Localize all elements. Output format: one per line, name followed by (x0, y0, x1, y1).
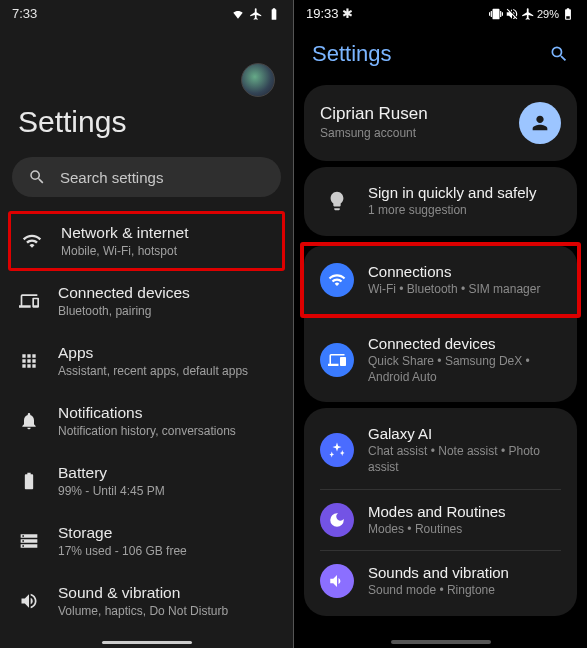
profile-avatar-row (0, 23, 293, 105)
item-subtitle: Wi-Fi • Bluetooth • SIM manager (368, 282, 561, 298)
profile-card[interactable]: Ciprian Rusen Samsung account (304, 85, 577, 161)
highlight-network-internet: Network & internet Mobile, Wi-Fi, hotspo… (8, 211, 285, 271)
item-title: Notifications (58, 404, 236, 422)
settings-item-connected-devices[interactable]: Connected devices Bluetooth, pairing (0, 271, 293, 331)
storage-icon (19, 531, 39, 551)
item-title: Storage (58, 524, 187, 542)
settings-header: Settings (294, 23, 587, 79)
settings-item-notifications[interactable]: Notifications Notification history, conv… (0, 391, 293, 451)
page-title: Settings (0, 105, 293, 157)
item-title: Modes and Routines (368, 503, 561, 520)
pixel-settings-screen: 7:33 Settings Search settings Network & … (0, 0, 293, 648)
item-subtitle: Volume, haptics, Do Not Disturb (58, 604, 228, 618)
wifi-icon (231, 7, 245, 21)
devices-icon (19, 291, 39, 311)
item-subtitle: 17% used - 106 GB free (58, 544, 187, 558)
status-icons: 29% (489, 7, 575, 21)
battery-icon (561, 7, 575, 21)
search-icon (28, 168, 46, 186)
connections-card-top: Connections Wi-Fi • Bluetooth • SIM mana… (304, 246, 577, 315)
item-subtitle: Bluetooth, pairing (58, 304, 190, 318)
item-subtitle: Modes • Routines (368, 522, 561, 538)
airplane-icon (249, 7, 263, 21)
profile-name: Ciprian Rusen (320, 104, 505, 124)
signin-card[interactable]: Sign in quickly and safely 1 more sugges… (304, 167, 577, 236)
highlight-connections: Connections Wi-Fi • Bluetooth • SIM mana… (300, 242, 581, 319)
volume-icon (320, 564, 354, 598)
sparkle-icon (320, 433, 354, 467)
search-placeholder: Search settings (60, 169, 163, 186)
settings-item-network[interactable]: Network & internet Mobile, Wi-Fi, hotspo… (21, 224, 272, 258)
settings-item-modes[interactable]: Modes and Routines Modes • Routines (304, 490, 577, 551)
profile-sub: Samsung account (320, 126, 505, 142)
moon-icon (320, 503, 354, 537)
item-title: Apps (58, 344, 248, 362)
status-time: 7:33 (12, 6, 37, 21)
item-subtitle: 99% - Until 4:45 PM (58, 484, 165, 498)
volume-icon (19, 591, 39, 611)
signin-sub: 1 more suggestion (368, 203, 561, 219)
item-title: Galaxy AI (368, 425, 561, 442)
settings-item-sound[interactable]: Sound & vibration Volume, haptics, Do No… (0, 571, 293, 631)
item-title: Network & internet (61, 224, 189, 242)
ai-modes-sounds-card: Galaxy AI Chat assist • Note assist • Ph… (304, 408, 577, 615)
connected-devices-card: Connected devices Quick Share • Samsung … (304, 318, 577, 402)
item-subtitle: Notification history, conversations (58, 424, 236, 438)
status-bar: 7:33 (0, 0, 293, 23)
settings-item-battery[interactable]: Battery 99% - Until 4:45 PM (0, 451, 293, 511)
item-title: Connected devices (58, 284, 190, 302)
item-title: Sounds and vibration (368, 564, 561, 581)
status-bar: 19:33 ✱ 29% (294, 0, 587, 23)
airplane-icon (521, 7, 535, 21)
battery-icon (19, 471, 39, 491)
signin-title: Sign in quickly and safely (368, 184, 561, 201)
item-subtitle: Chat assist • Note assist • Photo assist (368, 444, 561, 475)
vibrate-icon (489, 7, 503, 21)
settings-item-connected-devices[interactable]: Connected devices Quick Share • Samsung … (304, 322, 577, 398)
item-subtitle: Quick Share • Samsung DeX • Android Auto (368, 354, 561, 385)
status-icons (231, 7, 281, 21)
profile-avatar[interactable] (241, 63, 275, 97)
person-icon (519, 102, 561, 144)
item-title: Sound & vibration (58, 584, 228, 602)
settings-item-connections[interactable]: Connections Wi-Fi • Bluetooth • SIM mana… (304, 250, 577, 311)
search-icon[interactable] (549, 44, 569, 64)
battery-percent: 29% (537, 8, 559, 20)
item-subtitle: Mobile, Wi-Fi, hotspot (61, 244, 189, 258)
settings-item-sounds[interactable]: Sounds and vibration Sound mode • Ringto… (304, 551, 577, 612)
item-subtitle: Assistant, recent apps, default apps (58, 364, 248, 378)
search-settings[interactable]: Search settings (12, 157, 281, 197)
settings-item-storage[interactable]: Storage 17% used - 106 GB free (0, 511, 293, 571)
wifi-icon (22, 231, 42, 251)
item-subtitle: Sound mode • Ringtone (368, 583, 561, 599)
item-title: Battery (58, 464, 165, 482)
wifi-icon (320, 263, 354, 297)
item-title: Connected devices (368, 335, 561, 352)
lightbulb-icon (326, 190, 348, 212)
settings-item-galaxy-ai[interactable]: Galaxy AI Chat assist • Note assist • Ph… (304, 412, 577, 488)
page-title: Settings (312, 41, 392, 67)
settings-item-apps[interactable]: Apps Assistant, recent apps, default app… (0, 331, 293, 391)
samsung-settings-screen: 19:33 ✱ 29% Settings Ciprian Rusen Samsu… (294, 0, 587, 648)
item-title: Connections (368, 263, 561, 280)
gesture-bar[interactable] (102, 641, 192, 644)
mute-icon (505, 7, 519, 21)
apps-icon (19, 351, 39, 371)
gesture-bar[interactable] (391, 640, 491, 644)
bell-icon (19, 411, 39, 431)
battery-icon (267, 7, 281, 21)
status-time: 19:33 ✱ (306, 6, 353, 21)
devices-icon (320, 343, 354, 377)
